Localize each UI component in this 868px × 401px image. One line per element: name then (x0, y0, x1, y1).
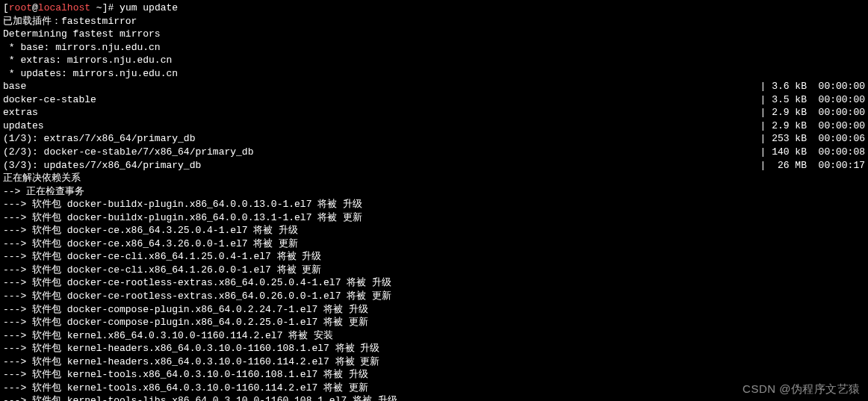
prompt-rbracket: ]# (102, 2, 120, 13)
repo-row: (2/3): docker-ce-stable/7/x86_64/primary… (3, 146, 865, 159)
output-line: 已加载插件：fastestmirror (3, 15, 865, 28)
output-line: * updates: mirrors.nju.edu.cn (3, 67, 865, 81)
watermark: CSDN @伪程序文艺猿 (743, 382, 861, 397)
repo-status: | 2.9 kB 00:00:00 (760, 106, 865, 119)
repo-row: (1/3): extras/7/x86_64/primary_db| 253 k… (3, 132, 865, 146)
repo-name: (2/3): docker-ce-stable/7/x86_64/primary… (3, 146, 760, 159)
repo-row: extras| 2.9 kB 00:00:00 (3, 106, 865, 119)
repo-name: updates (3, 119, 760, 133)
resolve-line: ---> 软件包 docker-ce-rootless-extras.x86_6… (3, 276, 865, 290)
repo-row: docker-ce-stable| 3.5 kB 00:00:00 (3, 93, 865, 107)
prompt-user: root (9, 2, 32, 13)
prompt-host: localhost (38, 2, 90, 13)
repo-name: (3/3): updates/7/x86_64/primary_db (3, 159, 760, 172)
repo-status: | 140 kB 00:00:08 (760, 146, 865, 159)
resolve-line: ---> 软件包 docker-ce.x86_64.3.26.0.0-1.el7… (3, 237, 865, 251)
prompt-lbracket: [ (3, 2, 9, 13)
resolve-line: ---> 软件包 docker-compose-plugin.x86_64.0.… (3, 303, 865, 317)
resolve-line: ---> 软件包 docker-compose-plugin.x86_64.0.… (3, 316, 865, 329)
repo-status: | 3.6 kB 00:00:00 (760, 80, 865, 93)
repo-name: base (3, 80, 760, 93)
resolve-line: ---> 软件包 docker-ce-cli.x86_64.1.25.0.4-1… (3, 250, 865, 264)
output-line: * base: mirrors.nju.edu.cn (3, 41, 865, 55)
repo-status: | 26 MB 00:00:17 (760, 159, 865, 172)
resolve-line: ---> 软件包 kernel-headers.x86_64.0.3.10.0-… (3, 355, 865, 369)
resolve-line: ---> 软件包 kernel-tools.x86_64.0.3.10.0-11… (3, 382, 865, 395)
repo-row: updates| 2.9 kB 00:00:00 (3, 119, 865, 133)
prompt-at: @ (32, 2, 38, 13)
repo-row: base| 3.6 kB 00:00:00 (3, 80, 865, 93)
resolve-line: ---> 软件包 kernel-headers.x86_64.0.3.10.0-… (3, 342, 865, 355)
repo-status: | 3.5 kB 00:00:00 (760, 93, 865, 107)
prompt-command: yum update (120, 2, 178, 13)
prompt-path: ~ (90, 2, 102, 13)
resolve-line: ---> 软件包 kernel.x86_64.0.3.10.0-1160.114… (3, 329, 865, 343)
repo-status: | 253 kB 00:00:06 (760, 132, 865, 146)
repo-name: docker-ce-stable (3, 93, 760, 107)
resolve-line: ---> 软件包 docker-buildx-plugin.x86_64.0.0… (3, 198, 865, 211)
resolve-line: --> 正在检查事务 (3, 185, 865, 199)
resolve-line: 正在解决依赖关系 (3, 172, 865, 185)
resolve-line: ---> 软件包 kernel-tools-libs.x86_64.0.3.10… (3, 394, 865, 401)
output-line: Determining fastest mirrors (3, 28, 865, 41)
resolve-line: ---> 软件包 kernel-tools.x86_64.0.3.10.0-11… (3, 368, 865, 382)
repo-status: | 2.9 kB 00:00:00 (760, 119, 865, 133)
prompt-line: [root@localhost ~]# yum update (3, 1, 865, 15)
repo-row: (3/3): updates/7/x86_64/primary_db| 26 M… (3, 159, 865, 172)
resolve-line: ---> 软件包 docker-ce-rootless-extras.x86_6… (3, 290, 865, 303)
output-line: * extras: mirrors.nju.edu.cn (3, 54, 865, 67)
repo-name: extras (3, 106, 760, 119)
repo-name: (1/3): extras/7/x86_64/primary_db (3, 132, 760, 146)
resolve-line: ---> 软件包 docker-buildx-plugin.x86_64.0.0… (3, 211, 865, 225)
resolve-line: ---> 软件包 docker-ce.x86_64.3.25.0.4-1.el7… (3, 224, 865, 237)
resolve-line: ---> 软件包 docker-ce-cli.x86_64.1.26.0.0-1… (3, 264, 865, 277)
